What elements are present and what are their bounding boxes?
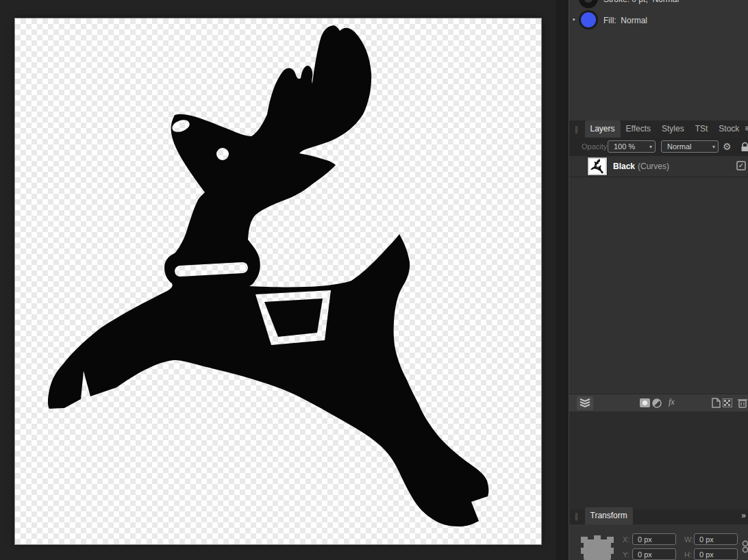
stroke-label: Stroke: 0 pt, Normal [603,0,679,4]
blend-mode-dropdown[interactable]: Normal▾ [661,140,719,153]
gear-icon[interactable]: ⚙ [723,140,732,153]
artboard-transparent-canvas[interactable] [15,18,541,544]
adjustment-layer-icon[interactable] [652,398,662,408]
opacity-label: Opacity: [582,142,609,151]
transform-panel-tabbar: ∥ Transform » [569,509,748,524]
delete-layer-icon[interactable] [738,398,747,408]
anchor-point-selector[interactable] [579,534,616,560]
transform-panel-body: X: W: Y: H: [569,524,748,560]
panel-drag-handle-icon[interactable]: ∥ [575,512,579,521]
opacity-dropdown[interactable]: 100 %▾ [608,140,656,153]
w-input[interactable] [694,533,738,545]
layers-stack-icon [579,398,590,408]
studio-panels: Stroke: 0 pt, Normal • Fill: Normal ∥ La… [569,0,748,560]
tab-layers[interactable]: Layers [585,120,621,138]
link-dimensions-icon[interactable] [742,539,748,555]
h-label: H: [684,550,692,559]
new-layer-icon[interactable] [712,398,721,408]
document-view[interactable] [0,0,556,560]
chevron-down-icon: ▾ [649,141,652,153]
layer-list[interactable]: Black (Curves) ✓ [569,156,748,394]
layers-panel-footer: fx [569,394,748,411]
panel-collapse-icon[interactable]: » [741,511,746,520]
lock-icon[interactable] [740,142,748,152]
stroke-swatch[interactable] [579,0,598,8]
active-marker-icon: • [573,16,575,23]
chevron-down-icon: ▾ [712,141,715,153]
x-label: X: [623,535,629,544]
h-input[interactable] [694,548,738,560]
tab-effects[interactable]: Effects [621,120,656,138]
fill-row[interactable]: • Fill: Normal [569,10,748,30]
layers-panel-header: Opacity: 100 %▾ Normal▾ ⚙ [569,138,748,156]
layer-visibility-checkbox[interactable]: ✓ [736,161,746,170]
y-label: Y: [623,550,629,559]
panel-menu-icon[interactable]: ≡ [745,123,748,133]
tab-stock[interactable]: Stock [713,120,745,138]
tab-transform[interactable]: Transform [585,507,633,524]
w-label: W: [684,535,693,544]
layer-stack-button[interactable] [577,396,593,410]
stroke-row[interactable]: Stroke: 0 pt, Normal [569,0,748,10]
layer-thumbnail[interactable] [588,157,607,175]
app-window: { "color_panel": { "stroke_label": "Stro… [0,0,748,560]
layer-row[interactable]: Black (Curves) ✓ [569,156,748,177]
fill-swatch[interactable] [579,10,598,29]
x-input[interactable] [632,533,676,545]
reindeer-silhouette[interactable] [15,18,541,544]
fill-label: Fill: Normal [603,16,647,25]
tab-tst[interactable]: TSt [690,120,714,138]
layer-type: (Curves) [638,162,669,171]
y-input[interactable] [632,548,676,560]
panel-dock-background [569,411,748,509]
tab-styles[interactable]: Styles [656,120,690,138]
mask-layer-icon[interactable] [640,398,650,407]
layer-effects-icon[interactable]: fx [669,397,675,407]
layers-panel-tabbar: ∥ Layers Effects Styles TSt Stock ≡ . ⋮ [569,120,748,138]
checkbox-check-icon: ✓ [738,162,744,169]
panel-drag-handle-icon[interactable]: ∥ [575,125,579,134]
new-pixel-layer-icon[interactable] [723,398,732,407]
color-panel: Stroke: 0 pt, Normal • Fill: Normal [569,0,748,120]
panel-dock-gutter [556,0,569,560]
layer-name: Black [613,162,635,171]
